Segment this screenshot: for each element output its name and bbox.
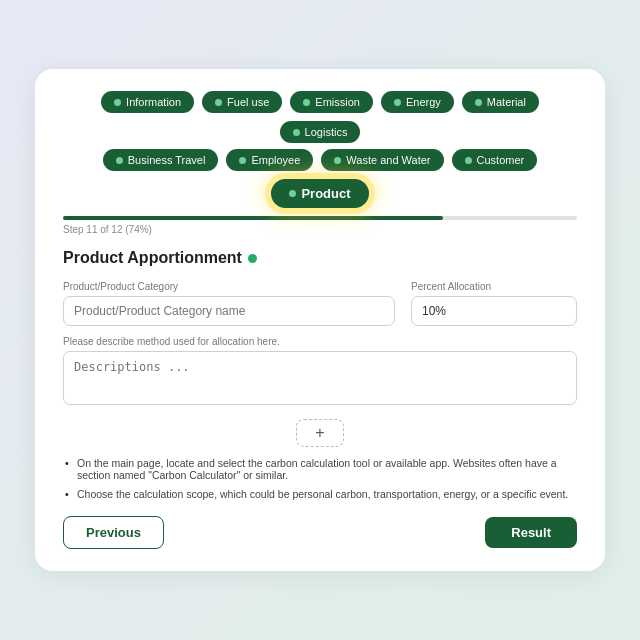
- tab-label: Employee: [251, 154, 300, 166]
- tab-dot: [293, 129, 300, 136]
- progress-bar-fill: [63, 216, 443, 220]
- tab-product[interactable]: Product: [271, 179, 368, 208]
- percent-group: Percent Allocation: [411, 281, 577, 326]
- tab-dot: [303, 99, 310, 106]
- tab-label: Logistics: [305, 126, 348, 138]
- tab-dot: [116, 157, 123, 164]
- add-row-container: +: [63, 419, 577, 447]
- tab-dot: [394, 99, 401, 106]
- percent-label: Percent Allocation: [411, 281, 577, 292]
- tab-label: Emission: [315, 96, 360, 108]
- section-status-dot: [248, 254, 257, 263]
- tab-energy[interactable]: Energy: [381, 91, 454, 113]
- tab-waste-water[interactable]: Waste and Water: [321, 149, 443, 171]
- add-row-button[interactable]: +: [296, 419, 343, 447]
- tab-emission[interactable]: Emission: [290, 91, 373, 113]
- tab-material[interactable]: Material: [462, 91, 539, 113]
- product-category-group: Product/Product Category: [63, 281, 395, 326]
- tab-dot: [465, 157, 472, 164]
- description-group: Please describe method used for allocati…: [63, 336, 577, 409]
- product-category-label: Product/Product Category: [63, 281, 395, 292]
- description-label: Please describe method used for allocati…: [63, 336, 577, 347]
- tabs-row2: Business Travel Employee Waste and Water…: [63, 149, 577, 208]
- product-category-input[interactable]: [63, 296, 395, 326]
- tab-information[interactable]: Information: [101, 91, 194, 113]
- step-label: Step 11 of 12 (74%): [63, 224, 577, 235]
- tab-dot: [334, 157, 341, 164]
- tab-label: Energy: [406, 96, 441, 108]
- previous-button[interactable]: Previous: [63, 516, 164, 549]
- instruction-item: On the main page, locate and select the …: [65, 457, 577, 481]
- form-row: Product/Product Category Percent Allocat…: [63, 281, 577, 326]
- main-card: Information Fuel use Emission Energy Mat…: [35, 69, 605, 571]
- plus-icon: +: [315, 424, 324, 442]
- tab-fuel-use[interactable]: Fuel use: [202, 91, 282, 113]
- tab-customer[interactable]: Customer: [452, 149, 538, 171]
- tab-label: Material: [487, 96, 526, 108]
- tab-label: Fuel use: [227, 96, 269, 108]
- instructions-list: On the main page, locate and select the …: [63, 457, 577, 500]
- tab-logistics[interactable]: Logistics: [280, 121, 361, 143]
- tab-label: Customer: [477, 154, 525, 166]
- section-title: Product Apportionment: [63, 249, 577, 267]
- tab-label: Business Travel: [128, 154, 206, 166]
- tab-label: Waste and Water: [346, 154, 430, 166]
- section-title-text: Product Apportionment: [63, 249, 242, 267]
- footer-row: Previous Result: [63, 516, 577, 549]
- tab-employee[interactable]: Employee: [226, 149, 313, 171]
- tab-label: Product: [301, 186, 350, 201]
- tab-dot: [114, 99, 121, 106]
- instruction-item: Choose the calculation scope, which coul…: [65, 488, 577, 500]
- tab-dot: [239, 157, 246, 164]
- tab-business-travel[interactable]: Business Travel: [103, 149, 219, 171]
- tab-label: Information: [126, 96, 181, 108]
- tab-dot: [475, 99, 482, 106]
- tab-dot: [215, 99, 222, 106]
- percent-input[interactable]: [411, 296, 577, 326]
- progress-bar-track: [63, 216, 577, 220]
- result-button[interactable]: Result: [485, 517, 577, 548]
- tab-dot: [289, 190, 296, 197]
- description-textarea[interactable]: [63, 351, 577, 405]
- tabs-row1: Information Fuel use Emission Energy Mat…: [63, 91, 577, 143]
